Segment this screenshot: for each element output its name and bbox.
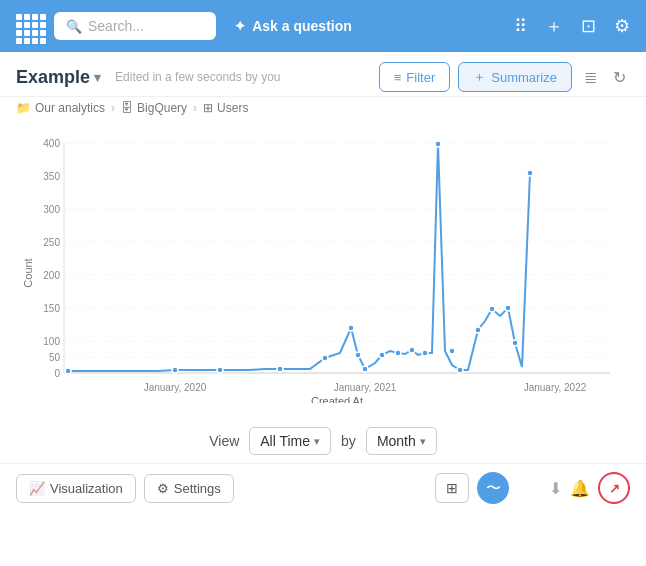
svg-text:50: 50: [49, 352, 61, 363]
svg-point-37: [457, 367, 463, 373]
breadcrumb-analytics-label: Our analytics: [35, 101, 105, 115]
svg-point-25: [217, 367, 223, 373]
svg-point-30: [362, 366, 368, 372]
ask-question-button[interactable]: ✦ Ask a question: [234, 18, 352, 34]
chart-line-icon: 📈: [29, 481, 45, 496]
svg-text:300: 300: [43, 204, 60, 215]
svg-text:150: 150: [43, 303, 60, 314]
y-axis-label: Count: [22, 258, 34, 287]
filter-label: Filter: [406, 70, 435, 85]
svg-point-41: [512, 340, 518, 346]
bottom-toolbar: 📈 Visualization ⚙ Settings ⊞ 〜 ⬇ 🔔 ↗: [0, 463, 646, 512]
app-logo[interactable]: [12, 10, 44, 42]
settings-button[interactable]: ⚙ Settings: [144, 474, 234, 503]
svg-point-33: [409, 347, 415, 353]
edited-status: Edited in a few seconds by you: [115, 70, 280, 84]
ask-label: Ask a question: [252, 18, 352, 34]
external-link-button[interactable]: ↗: [598, 472, 630, 504]
svg-text:January, 2020: January, 2020: [144, 382, 207, 393]
breadcrumb-bigquery[interactable]: 🗄 BigQuery: [121, 101, 187, 115]
chart-line: [68, 144, 530, 371]
refresh-button[interactable]: ↻: [609, 62, 630, 92]
sparkle-icon: ✦: [234, 18, 246, 34]
arrow-up-right-icon: ↗: [609, 481, 620, 496]
svg-text:100: 100: [43, 336, 60, 347]
svg-point-40: [505, 305, 511, 311]
database-icon: 🗄: [121, 101, 133, 115]
view-select[interactable]: All Time ▾: [249, 427, 331, 455]
summarize-button[interactable]: ＋ Summarize: [458, 62, 572, 92]
svg-text:January, 2022: January, 2022: [524, 382, 587, 393]
chart-view-button[interactable]: 〜: [477, 472, 509, 504]
settings-icon[interactable]: ⚙: [610, 11, 634, 41]
svg-text:Created At: Created At: [311, 395, 363, 403]
plus-icon[interactable]: ＋: [541, 10, 567, 42]
controls-bar: View All Time ▾ by Month ▾: [0, 413, 646, 463]
visualization-button[interactable]: 📈 Visualization: [16, 474, 136, 503]
table-view-button[interactable]: ⊞: [435, 473, 469, 503]
view-chevron-icon: ▾: [314, 435, 320, 448]
svg-point-32: [395, 350, 401, 356]
breadcrumb: 📁 Our analytics › 🗄 BigQuery › ⊞ Users: [0, 97, 646, 123]
visualization-label: Visualization: [50, 481, 123, 496]
folder-icon: 📁: [16, 101, 31, 115]
table-icon: ⊞: [446, 480, 458, 496]
summarize-label: Summarize: [491, 70, 557, 85]
filter-button[interactable]: ≡ Filter: [379, 62, 450, 92]
view-label: View: [209, 433, 239, 449]
apps-icon[interactable]: ⠿: [510, 11, 531, 41]
title-bar: Example ▾ Edited in a few seconds by you…: [0, 52, 646, 97]
breadcrumb-sep-2: ›: [193, 101, 197, 115]
line-chart: Count 400 350 300 250 200 150 100 50 0 J…: [20, 133, 626, 403]
chevron-down-icon[interactable]: ▾: [94, 70, 101, 85]
title-text: Example: [16, 67, 90, 88]
month-chevron-icon: ▾: [420, 435, 426, 448]
svg-text:January, 2021: January, 2021: [334, 382, 397, 393]
svg-point-23: [65, 368, 71, 374]
svg-text:250: 250: [43, 237, 60, 248]
by-label: by: [341, 433, 356, 449]
app-header: 🔍 Search... ✦ Ask a question ⠿ ＋ ⊡ ⚙: [0, 0, 646, 52]
title-action-buttons: ≡ Filter ＋ Summarize ≣ ↻: [379, 62, 630, 92]
plus-small-icon: ＋: [473, 68, 486, 86]
breadcrumb-sep-1: ›: [111, 101, 115, 115]
svg-point-31: [379, 352, 385, 358]
svg-point-27: [322, 355, 328, 361]
download-icon[interactable]: ⬇: [549, 479, 562, 498]
breadcrumb-users-label: Users: [217, 101, 248, 115]
svg-text:350: 350: [43, 171, 60, 182]
svg-point-29: [355, 352, 361, 358]
svg-point-35: [435, 141, 441, 147]
settings-label: Settings: [174, 481, 221, 496]
search-icon: 🔍: [66, 19, 82, 34]
svg-text:200: 200: [43, 270, 60, 281]
svg-point-36: [449, 348, 455, 354]
view-value: All Time: [260, 433, 310, 449]
sort-icon-button[interactable]: ≣: [580, 62, 601, 92]
breadcrumb-users[interactable]: ⊞ Users: [203, 101, 248, 115]
expand-icon[interactable]: ⊡: [577, 11, 600, 41]
breadcrumb-bigquery-label: BigQuery: [137, 101, 187, 115]
svg-text:0: 0: [54, 368, 60, 379]
month-value: Month: [377, 433, 416, 449]
grid-icon: ⊞: [203, 101, 213, 115]
svg-point-38: [475, 327, 481, 333]
svg-point-34: [422, 350, 428, 356]
notification-icon[interactable]: 🔔: [570, 479, 590, 498]
search-placeholder: Search...: [88, 18, 144, 34]
svg-point-39: [489, 306, 495, 312]
breadcrumb-our-analytics[interactable]: 📁 Our analytics: [16, 101, 105, 115]
svg-point-26: [277, 366, 283, 372]
chart-active-icon: 〜: [486, 479, 501, 498]
search-bar[interactable]: 🔍 Search...: [54, 12, 216, 40]
chart-container: Count 400 350 300 250 200 150 100 50 0 J…: [0, 123, 646, 413]
document-title: Example ▾: [16, 67, 101, 88]
filter-icon: ≡: [394, 70, 402, 85]
svg-point-42: [527, 170, 533, 176]
svg-text:400: 400: [43, 138, 60, 149]
month-select[interactable]: Month ▾: [366, 427, 437, 455]
gear-icon: ⚙: [157, 481, 169, 496]
svg-point-28: [348, 325, 354, 331]
svg-point-24: [172, 367, 178, 373]
